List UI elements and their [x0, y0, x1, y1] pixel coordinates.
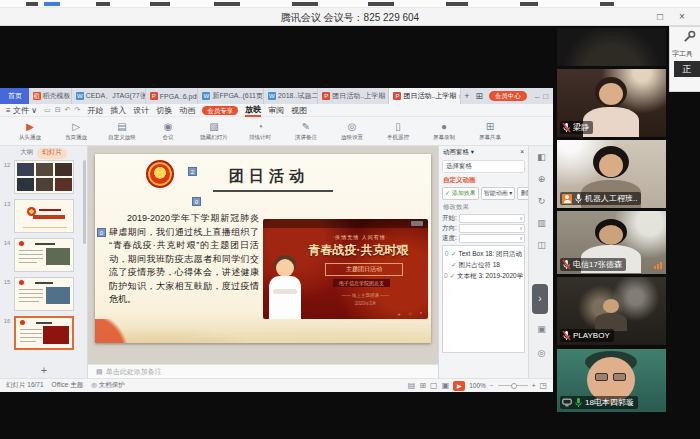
league-emblem-icon: [146, 160, 174, 188]
member-promo-tab[interactable]: 会员专享: [202, 106, 238, 115]
undo-icon[interactable]: ↶: [65, 106, 71, 114]
thumbnail-13[interactable]: 13: [0, 199, 88, 233]
custom-show-button[interactable]: ▤自定义放映: [100, 121, 144, 142]
thumbnail-15[interactable]: 15: [0, 277, 88, 311]
doc-protect-label[interactable]: ◎ 文档保护: [91, 381, 124, 390]
slide-title[interactable]: 团日活动: [229, 167, 309, 186]
new-tab-button[interactable]: +: [461, 88, 474, 104]
thumbnail-16-selected[interactable]: 16: [0, 316, 88, 350]
zoom-in-button[interactable]: +: [532, 382, 536, 389]
hide-slide-button[interactable]: ▨隐藏幻灯片: [192, 121, 236, 142]
show-settings-button[interactable]: ◎放映设置: [330, 121, 374, 142]
pane-close-icon[interactable]: ×: [520, 148, 524, 157]
start-dropdown[interactable]: [459, 214, 525, 223]
participant-tile-robotics[interactable]: 机器人工程班..: [557, 140, 666, 208]
close-button[interactable]: ×: [674, 10, 690, 24]
properties-icon[interactable]: ◧: [529, 152, 553, 162]
animation-order-badge[interactable]: 0: [192, 197, 201, 206]
animation-list-item[interactable]: 0✓Text Box 18: 团日活动: [444, 248, 523, 259]
smart-animation-button[interactable]: 智能动画 ▾: [481, 187, 516, 200]
ribbon-tab-animation[interactable]: 动画: [179, 105, 195, 116]
screen-record-button[interactable]: ●屏幕录制: [422, 121, 466, 142]
zoom-slider-knob[interactable]: [511, 383, 517, 389]
animation-order-badge[interactable]: 0: [97, 228, 106, 237]
insert-icon[interactable]: ⊕: [529, 174, 553, 184]
pane-title[interactable]: 动画窗格 ▾: [443, 148, 474, 157]
add-effect-button[interactable]: ✓ 添加效果: [442, 187, 479, 200]
participant-tile-playboy[interactable]: PLAYBOY: [557, 277, 666, 345]
tab-doc-5[interactable]: P团日活动..上学期×: [318, 88, 389, 104]
ribbon-tab-start[interactable]: 开始: [87, 105, 103, 116]
participant-tile-partial[interactable]: [557, 28, 666, 66]
quick-access-toolbar[interactable]: ▭ ⊟ ↶ ↷: [44, 106, 80, 114]
tab-list-icon[interactable]: ⊞: [473, 88, 486, 104]
wrench-icon[interactable]: [683, 30, 696, 43]
animation-order-badge[interactable]: 2: [188, 167, 197, 176]
help-icon[interactable]: ◎: [529, 348, 553, 358]
tab-doc-1[interactable]: WCEDA、JTAG(77张): [72, 88, 146, 104]
tab-doc-2[interactable]: PFPGA..6.pdf: [146, 88, 199, 104]
save-icon[interactable]: ▭: [44, 106, 51, 114]
outline-tab[interactable]: 大纲: [20, 148, 33, 159]
zoom-slider[interactable]: [498, 385, 528, 386]
reading-view-icon[interactable]: ▢: [430, 381, 438, 390]
docer-icon: 稻: [33, 92, 41, 100]
screen-share-button[interactable]: ⊞屏幕共享: [468, 121, 512, 142]
ribbon-tab-slideshow[interactable]: 放映: [245, 104, 261, 117]
file-menu[interactable]: ≡ 文件 ∨: [6, 105, 37, 116]
phone-icon: ▯: [376, 121, 420, 133]
sorter-view-icon[interactable]: ⊞: [419, 381, 426, 390]
normal-view-icon[interactable]: ▤: [408, 381, 416, 390]
wps-minimize-button[interactable]: ‒: [535, 92, 539, 101]
redo-icon[interactable]: ↷: [74, 106, 80, 114]
speed-dropdown[interactable]: [459, 234, 525, 243]
tab-doc-3[interactable]: W新FPGA..(611页): [198, 88, 263, 104]
animation-list-item[interactable]: ✓图片占位符 18: [444, 259, 523, 270]
ribbon-tab-transition[interactable]: 切换: [156, 105, 172, 116]
embedded-video[interactable]: ·疫情无情 人间有情· 青春战疫·共克时艰 主题团日活动 电子信息学院团总支 —…: [263, 219, 428, 319]
meeting-button[interactable]: ◉会议: [146, 121, 190, 142]
layout-icon[interactable]: ▥: [529, 218, 553, 228]
ribbon-tab-view[interactable]: 视图: [291, 105, 307, 116]
fullscreen-icon[interactable]: ◳: [539, 381, 547, 390]
split-icon[interactable]: ◫: [529, 240, 553, 250]
comment-icon[interactable]: ▣: [529, 324, 553, 334]
tab-doc-active[interactable]: P团日活动..上学期×: [389, 88, 460, 104]
participant-tile-liangjing[interactable]: 梁静: [557, 69, 666, 137]
maximize-button[interactable]: □: [652, 10, 668, 24]
phone-remote-button[interactable]: ▯手机遥控: [376, 121, 420, 142]
tab-docer[interactable]: 稻稻壳模板: [29, 88, 72, 104]
thumbnail-14[interactable]: 14: [0, 238, 88, 272]
speaker-notes-button[interactable]: ✎演讲备注: [284, 121, 328, 142]
refresh-icon[interactable]: ↻: [529, 196, 553, 206]
participant-tile-zhangdesen[interactable]: 电信17张德森: [557, 211, 666, 274]
tab-doc-4[interactable]: W2018..试题二: [264, 88, 318, 104]
master-view-icon[interactable]: ▣: [442, 381, 450, 390]
ribbon-tab-design[interactable]: 设计: [133, 105, 149, 116]
video-menu-icon[interactable]: [411, 221, 423, 226]
participant-tile-guoxuan-speaking[interactable]: 18电本四郭璇: [557, 349, 666, 412]
pane-collapse-handle[interactable]: ›: [532, 284, 548, 314]
slide-canvas[interactable]: 团日活动 2 0 0 2019-2020学年下学期新冠肺炎肆虐期间，我们通过线上…: [95, 154, 431, 343]
play-current-button[interactable]: ▷当页播放: [54, 121, 98, 142]
notes-field[interactable]: ▤单击此处添加备注: [88, 364, 438, 378]
slide-body-text[interactable]: 2019-2020学年下学期新冠肺炎肆虐期间，我们通过线上直播组织了“青春战疫·…: [109, 212, 259, 307]
select-pane-button[interactable]: 选择窗格: [442, 160, 525, 173]
direction-dropdown[interactable]: [459, 224, 525, 233]
thumbnail-12[interactable]: 12: [0, 160, 88, 194]
print-icon[interactable]: ⊟: [55, 106, 61, 114]
play-from-start-button[interactable]: ▶从头播放: [8, 121, 52, 142]
animation-list-item[interactable]: 0✓文本框 3: 2019-2020学...: [444, 270, 523, 281]
ribbon-tab-review[interactable]: 审阅: [268, 105, 284, 116]
gear-icon: ◎: [330, 121, 374, 133]
wps-maximize-button[interactable]: □: [543, 92, 548, 101]
slideshow-play-button[interactable]: ▶: [453, 381, 465, 391]
ribbon-tab-insert[interactable]: 插入: [110, 105, 126, 116]
new-slide-button[interactable]: +: [0, 364, 88, 376]
member-button[interactable]: 会员中心: [489, 91, 527, 101]
zoom-out-button[interactable]: −: [490, 382, 494, 389]
rehearse-button[interactable]: ◔排练计时: [238, 121, 282, 142]
slides-tab[interactable]: 幻灯片: [37, 148, 67, 159]
thumbnail-scrollbar[interactable]: [83, 160, 86, 244]
tab-home[interactable]: 首页: [0, 88, 29, 104]
